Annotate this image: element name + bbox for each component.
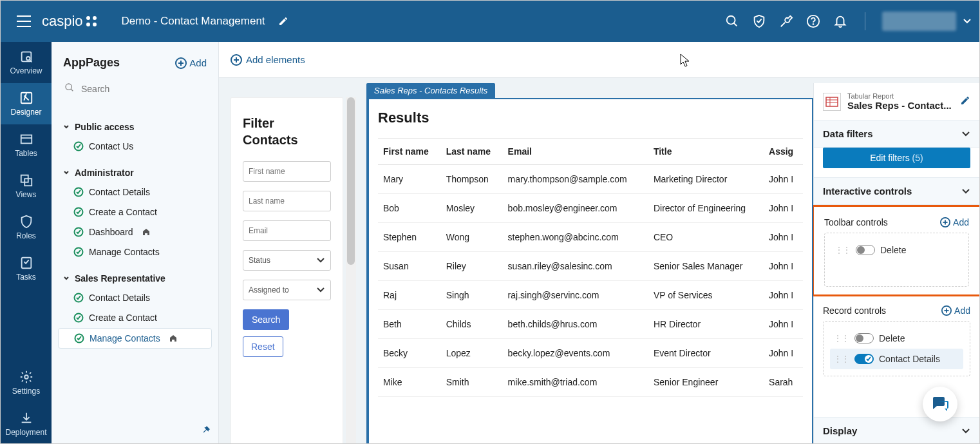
- table-row[interactable]: SusanRileysusan.riley@salesinc.comSenior…: [378, 252, 803, 281]
- toggle-contact-details[interactable]: [854, 354, 874, 364]
- table-row[interactable]: BethChildsbeth.childs@hrus.comHR Directo…: [378, 310, 803, 339]
- chevron-down-icon: [961, 131, 970, 137]
- last-name-input[interactable]: [243, 191, 331, 211]
- right-panel: Tabular Report Sales Reps - Contact... D…: [813, 83, 979, 444]
- user-menu[interactable]: [882, 12, 972, 31]
- svg-point-5: [87, 23, 90, 26]
- svg-point-12: [26, 57, 30, 61]
- toolbar-control-delete[interactable]: ⋮⋮ Delete: [831, 240, 962, 260]
- col-first[interactable]: First name: [378, 139, 441, 165]
- filter-title: Filter Contacts: [243, 115, 331, 148]
- svg-rect-2: [17, 26, 31, 27]
- tree-item[interactable]: Dashboard: [58, 222, 212, 242]
- search-icon[interactable]: [724, 14, 740, 29]
- svg-line-25: [71, 89, 73, 91]
- svg-point-6: [93, 23, 96, 26]
- svg-line-8: [734, 23, 737, 26]
- table-row[interactable]: BeckyLopezbecky.lopez@events.comEvent Di…: [378, 339, 803, 368]
- edit-report-button[interactable]: [960, 95, 970, 108]
- filter-card: Filter Contacts Status Assigned to Searc…: [231, 97, 343, 444]
- user-name-redacted: [882, 12, 956, 31]
- table-row[interactable]: RajSinghraj.singh@servinc.comVP of Servi…: [378, 281, 803, 310]
- section-display[interactable]: Display: [814, 417, 979, 444]
- tree-item[interactable]: Contact Details: [58, 288, 212, 307]
- wrench-icon[interactable]: [778, 14, 794, 29]
- chevron-down-icon: [961, 188, 970, 195]
- pin-sidebar-button[interactable]: [202, 425, 211, 437]
- svg-point-10: [813, 24, 814, 24]
- grip-icon[interactable]: ⋮⋮: [834, 354, 849, 363]
- help-icon[interactable]: [806, 14, 821, 29]
- search-icon: [64, 82, 75, 93]
- sidebar-title: AppPages: [63, 56, 120, 70]
- top-bar: caspio Demo - Contact Management: [1, 1, 979, 42]
- table-row[interactable]: MaryThompsonmary.thompson@sample.comMark…: [378, 165, 803, 194]
- section-interactive-controls[interactable]: Interactive controls: [814, 177, 979, 205]
- rail-settings[interactable]: Settings: [1, 362, 52, 403]
- app-title: Demo - Contact Management: [122, 15, 265, 28]
- edit-title-button[interactable]: [276, 14, 291, 29]
- sidebar-add-button[interactable]: Add: [175, 57, 207, 69]
- report-name: Sales Reps - Contact...: [847, 100, 954, 111]
- record-control-contact-details[interactable]: ⋮⋮ Contact Details: [830, 349, 963, 369]
- add-record-control-button[interactable]: Add: [941, 305, 970, 316]
- report-type-icon: [823, 93, 841, 111]
- menu-button[interactable]: [8, 15, 39, 27]
- svg-point-3: [87, 17, 90, 19]
- grip-icon[interactable]: ⋮⋮: [834, 334, 849, 343]
- reset-button[interactable]: Reset: [243, 336, 283, 357]
- tree-group-header[interactable]: Administrator: [58, 164, 212, 182]
- status-select[interactable]: Status: [243, 250, 331, 271]
- chevron-down-icon: [316, 257, 325, 264]
- workspace: Add elements Filter Contacts Status Assi…: [219, 42, 979, 444]
- tree-item[interactable]: Manage Contacts: [58, 328, 212, 349]
- tree-item[interactable]: Contact Us: [58, 137, 212, 156]
- rail-views[interactable]: Views: [1, 166, 52, 207]
- tree-item[interactable]: Contact Details: [58, 182, 212, 202]
- bell-icon[interactable]: [833, 14, 848, 29]
- record-controls-label: Record controls: [823, 305, 886, 316]
- tree-item[interactable]: Manage Contacts: [58, 242, 212, 262]
- shield-icon[interactable]: [751, 14, 767, 29]
- svg-point-24: [66, 84, 71, 90]
- grip-icon[interactable]: ⋮⋮: [835, 246, 851, 255]
- tree-group-header[interactable]: Public access: [58, 118, 212, 136]
- rail-roles[interactable]: Roles: [1, 207, 52, 248]
- toolbar-controls-highlight: Toolbar controls Add ⋮⋮ Delete: [812, 205, 979, 296]
- table-row[interactable]: MikeSmithmike.smith@triad.comSenior Engi…: [378, 368, 803, 397]
- tree-item[interactable]: Create a Contact: [58, 202, 212, 222]
- svg-rect-37: [826, 97, 838, 106]
- add-toolbar-control-button[interactable]: Add: [940, 217, 969, 227]
- rail-designer[interactable]: Designer: [1, 83, 52, 124]
- section-data-filters[interactable]: Data filters: [814, 120, 979, 148]
- add-elements-button[interactable]: Add elements: [231, 54, 305, 66]
- record-control-delete[interactable]: ⋮⋮ Delete: [830, 328, 963, 349]
- col-last[interactable]: Last name: [441, 139, 503, 165]
- sidebar-search-input[interactable]: [63, 80, 207, 99]
- assigned-to-select[interactable]: Assigned to: [243, 280, 331, 300]
- col-assigned[interactable]: Assig: [764, 139, 803, 165]
- toggle-delete-record[interactable]: [854, 333, 874, 343]
- left-rail: Overview Designer Tables Views Roles Tas…: [1, 42, 52, 444]
- rail-tasks[interactable]: Tasks: [1, 248, 52, 289]
- col-title[interactable]: Title: [648, 139, 764, 165]
- toggle-delete-toolbar[interactable]: [856, 245, 875, 255]
- scrollbar[interactable]: [346, 97, 356, 444]
- first-name-input[interactable]: [243, 161, 331, 182]
- chevron-down-icon: [316, 287, 325, 293]
- rail-overview[interactable]: Overview: [1, 42, 52, 83]
- chat-button[interactable]: [923, 387, 957, 421]
- report-type-label: Tabular Report: [847, 92, 954, 100]
- tree-item[interactable]: Create a Contact: [58, 308, 212, 327]
- results-tab-label[interactable]: Sales Reps - Contacts Results: [366, 83, 495, 98]
- rail-tables[interactable]: Tables: [1, 124, 52, 166]
- table-row[interactable]: BobMosleybob.mosley@engineer.comDirector…: [378, 194, 803, 223]
- rail-deployment[interactable]: Deployment: [1, 403, 52, 444]
- divider: [865, 12, 865, 30]
- col-email[interactable]: Email: [503, 139, 648, 165]
- email-input[interactable]: [243, 220, 331, 241]
- table-row[interactable]: StephenWongstephen.wong@abcinc.comCEOJoh…: [378, 223, 803, 252]
- edit-filters-button[interactable]: Edit filters (5): [823, 148, 970, 168]
- tree-group-header[interactable]: Sales Representative: [58, 269, 212, 287]
- search-button[interactable]: Search: [243, 309, 289, 330]
